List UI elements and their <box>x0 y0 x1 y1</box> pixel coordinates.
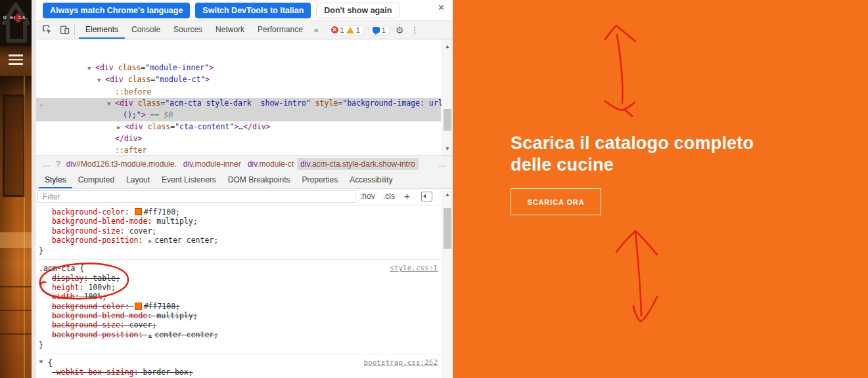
css-declaration[interactable]: -webkit-box-sizing: border-box; <box>36 368 442 377</box>
disclosure-arrow-icon[interactable]: ▼ <box>97 75 105 86</box>
breadcrumb-item[interactable]: div.module-inner <box>180 158 244 170</box>
dom-tree-line[interactable]: </div> <box>36 133 441 144</box>
pane-toggle-icon[interactable] <box>421 192 432 201</box>
new-style-rule-button[interactable]: + <box>404 190 410 201</box>
css-rule: background-color: #ff7100;background-ble… <box>36 205 442 260</box>
breadcrumb-item[interactable]: div#Mod126.t3-module.module. <box>63 158 180 170</box>
color-swatch[interactable] <box>135 208 142 215</box>
scroll-up-icon[interactable]: ▲ <box>442 192 453 198</box>
breadcrumb-ellipsis[interactable]: … <box>40 159 53 169</box>
line-options-icon[interactable]: … <box>39 98 44 109</box>
css-declaration[interactable]: background-size: cover; <box>36 320 442 329</box>
sidebar-tab-properties[interactable]: Properties <box>296 172 344 188</box>
dom-tree-line[interactable]: ::after <box>36 145 441 156</box>
console-errors-warnings-badge[interactable]: ✕ 1 1 <box>327 25 365 35</box>
inspect-element-icon[interactable] <box>41 24 53 36</box>
breadcrumb-item[interactable]: div.acm-cta.style-dark.show-intro <box>297 158 419 170</box>
css-declaration[interactable]: background-color: #ff7100; <box>36 302 442 311</box>
screenshot-root: O GI CA. Always match Chrome's language … <box>0 0 868 378</box>
issues-badge[interactable]: 1 <box>368 25 390 35</box>
dom-tree-line[interactable]: ();"> == $0 <box>36 110 441 121</box>
scroll-up-icon[interactable]: ▲ <box>442 41 453 52</box>
message-icon <box>373 27 380 33</box>
css-declaration[interactable]: background-blend-mode: multiply; <box>36 217 442 226</box>
disclosure-arrow-icon[interactable]: ▼ <box>87 63 95 74</box>
settings-gear-icon[interactable]: ⚙ <box>396 25 404 35</box>
tab-sources[interactable]: Sources <box>167 21 209 39</box>
switch-italian-button[interactable]: Switch DevTools to Italian <box>195 3 311 18</box>
dont-show-again-button[interactable]: Don't show again <box>316 3 400 18</box>
color-swatch[interactable] <box>135 303 142 310</box>
css-selector[interactable]: .acm-cta { <box>36 264 442 273</box>
breadcrumb-overflow[interactable]: … <box>438 159 453 169</box>
shorthand-expander-icon[interactable]: ▶ <box>148 238 152 244</box>
download-catalog-button[interactable]: SCARICA ORA <box>511 188 601 215</box>
css-declaration[interactable]: background-color: #ff7100; <box>36 207 442 217</box>
css-declaration[interactable]: background-size: cover; <box>36 226 442 236</box>
logo-text: O GI CA. <box>0 15 32 20</box>
styles-scrollbar[interactable]: ▲ <box>442 190 453 378</box>
pseudo-state-toggle[interactable]: :hov <box>360 192 375 201</box>
site-cta-section: Scarica il catalogo completo delle cucin… <box>453 0 868 378</box>
scrollbar-thumb[interactable] <box>444 208 451 249</box>
sidebar-tab-computed[interactable]: Computed <box>72 172 120 188</box>
dom-tree-line[interactable]: ▶<div class="cta-content">…</div> <box>36 121 441 133</box>
error-count: 1 <box>340 26 344 34</box>
site-logo[interactable]: O GI CA. <box>0 0 32 46</box>
sidebar-tab-styles[interactable]: Styles <box>39 172 72 188</box>
warning-count: 1 <box>356 26 360 34</box>
devtools-toolbar: ElementsConsoleSourcesNetworkPerformance… <box>36 21 453 39</box>
shorthand-expander-icon[interactable]: ▶ <box>148 333 152 339</box>
stylesheet-link[interactable]: style.css:1 <box>390 264 438 273</box>
elements-scrollbar[interactable]: ▲ ▼ <box>442 39 453 156</box>
warning-icon <box>346 27 354 33</box>
breadcrumb: …?div#Mod126.t3-module.module.div.module… <box>36 156 453 172</box>
class-toggle[interactable]: .cls <box>383 192 395 201</box>
rule-closing-brace: } <box>36 341 442 350</box>
sidebar-tab-layout[interactable]: Layout <box>120 172 156 188</box>
tab-performance[interactable]: Performance <box>251 21 309 39</box>
dom-tree-line[interactable]: ▼<div class="module-inner"> <box>36 62 441 74</box>
css-declaration[interactable]: background-blend-mode: multiply; <box>36 311 442 320</box>
rule-closing-brace: } <box>36 246 442 255</box>
close-icon[interactable]: ✕ <box>435 1 447 14</box>
tab-console[interactable]: Console <box>125 21 167 39</box>
breadcrumb-item[interactable]: div.module-ct <box>244 158 297 170</box>
sidebar-tab-event-listeners[interactable]: Event Listeners <box>156 172 222 188</box>
styles-filter-bar: :hov .cls + <box>36 189 453 205</box>
toolbar-divider <box>74 25 75 35</box>
scroll-down-icon[interactable]: ▼ <box>442 143 453 154</box>
elements-tree: ▼<div class="module-inner">▼<div class="… <box>36 39 453 156</box>
device-toolbar-icon[interactable] <box>58 24 70 36</box>
dom-tree-line[interactable]: ::before <box>36 87 441 98</box>
styles-sidebar-tabs: StylesComputedLayoutEvent ListenersDOM B… <box>36 172 453 189</box>
disclosure-arrow-icon[interactable]: ▼ <box>107 98 115 110</box>
hamburger-menu-icon[interactable] <box>9 54 23 66</box>
devtools-tabs: ElementsConsoleSourcesNetworkPerformance <box>79 21 309 39</box>
dom-tree-line[interactable]: …▼<div class="acm-cta style-dark show-in… <box>36 98 441 110</box>
sidebar-tab-accessibility[interactable]: Accessibility <box>344 172 398 188</box>
css-declaration[interactable]: background-position: ▶center center; <box>36 330 442 341</box>
page-edge-strip <box>32 0 36 378</box>
css-declaration[interactable]: display: table; <box>36 274 442 283</box>
kebab-menu-icon[interactable]: ⋮ <box>410 25 419 35</box>
css-declaration[interactable]: width: 100%; <box>36 292 442 301</box>
stylesheet-link[interactable]: bootstrap.css:252 <box>363 358 438 368</box>
styles-filter-input[interactable] <box>37 190 355 203</box>
css-rule: * {bootstrap.css:252-webkit-box-sizing: … <box>36 354 442 378</box>
message-count: 1 <box>382 26 386 34</box>
devtools-panel: Always match Chrome's language Switch De… <box>36 0 453 378</box>
css-declaration[interactable]: background-position: ▶center center; <box>36 236 442 246</box>
scrollbar-thumb[interactable] <box>444 109 451 131</box>
mobile-menu-band <box>0 46 32 76</box>
logo-house-icon <box>0 0 32 46</box>
more-tabs-icon[interactable]: » <box>309 26 323 35</box>
dom-tree-line[interactable]: ▼<div class="module-ct"> <box>36 74 441 86</box>
tab-elements[interactable]: Elements <box>79 21 125 39</box>
css-declaration[interactable]: height: 100vh; <box>36 283 442 292</box>
sidebar-tab-dom-breakpoints[interactable]: DOM Breakpoints <box>222 172 296 188</box>
breadcrumb-clipped-item[interactable]: ? <box>53 159 63 169</box>
tab-network[interactable]: Network <box>209 21 251 39</box>
match-language-button[interactable]: Always match Chrome's language <box>43 3 190 18</box>
disclosure-arrow-icon[interactable]: ▶ <box>117 122 125 133</box>
